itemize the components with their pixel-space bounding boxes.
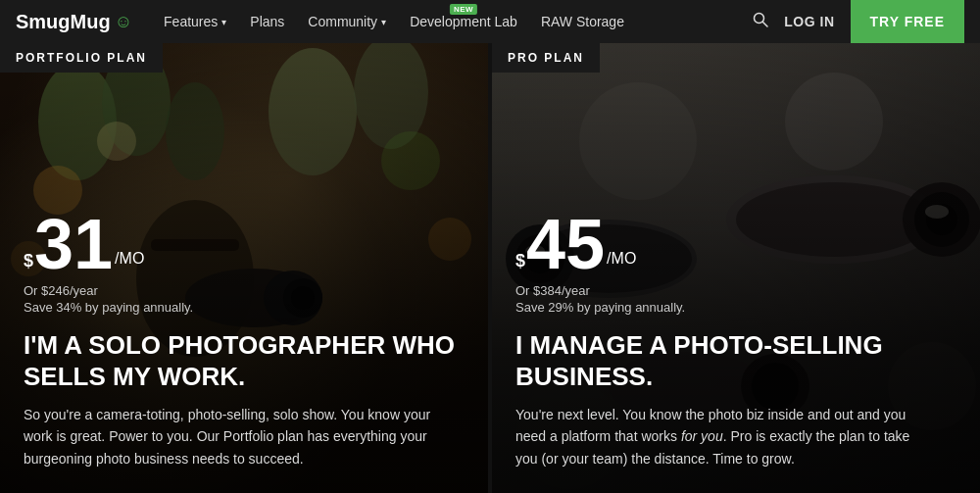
pro-dollar: $ xyxy=(515,251,525,271)
search-icon[interactable] xyxy=(753,12,768,31)
pro-annual-save: Save 29% by paying annually. xyxy=(515,300,956,315)
pro-price-row: $ 45 /MO xyxy=(515,209,956,279)
pro-plan-label: PRO PLAN xyxy=(492,43,600,73)
new-badge: NEW xyxy=(450,4,477,15)
svg-line-1 xyxy=(763,23,768,27)
portfolio-price-row: $ 31 /MO xyxy=(24,209,465,279)
nav-devlab[interactable]: NEW Development Lab xyxy=(410,14,517,29)
nav-rawstorage[interactable]: RAW Storage xyxy=(541,14,624,29)
pro-price: 45 xyxy=(526,209,605,279)
nav-community[interactable]: Community ▾ xyxy=(308,14,386,29)
chevron-down-icon: ▾ xyxy=(381,17,386,27)
portfolio-annual-price: Or $246/year xyxy=(24,283,465,298)
portfolio-price: 31 xyxy=(34,209,113,279)
login-button[interactable]: LOG IN xyxy=(784,14,834,29)
pro-card-content: $ 45 /MO Or $384/year Save 29% by paying… xyxy=(492,193,980,493)
pro-description: You're next level. You know the photo bi… xyxy=(515,404,927,469)
portfolio-headline: I'M A SOLO PHOTOGRAPHER WHO SELLS MY WOR… xyxy=(24,330,465,391)
portfolio-plan-label: PORTFOLIO PLAN xyxy=(0,43,163,73)
portfolio-plan-card: PORTFOLIO PLAN $ 31 /MO Or $246/year Sav… xyxy=(0,43,488,493)
chevron-down-icon: ▾ xyxy=(221,17,226,27)
nav-features[interactable]: Features ▾ xyxy=(164,14,226,29)
pro-annual-price: Or $384/year xyxy=(515,283,956,298)
logo-icon: ☺ xyxy=(115,12,132,32)
portfolio-card-content: $ 31 /MO Or $246/year Save 34% by paying… xyxy=(0,193,488,493)
portfolio-annual-save: Save 34% by paying annually. xyxy=(24,300,465,315)
logo[interactable]: SmugMug ☺ xyxy=(16,11,132,33)
pro-headline: I MANAGE A PHOTO-SELLING BUSINESS. xyxy=(515,330,956,391)
nav-plans[interactable]: Plans xyxy=(250,14,284,29)
nav-right: LOG IN TRY FREE xyxy=(753,0,964,43)
pro-mo: /MO xyxy=(607,250,636,268)
plans-container: PORTFOLIO PLAN $ 31 /MO Or $246/year Sav… xyxy=(0,43,980,493)
logo-text: SmugMug xyxy=(16,11,111,33)
navigation: SmugMug ☺ Features ▾ Plans Community ▾ N… xyxy=(0,0,980,43)
try-free-button[interactable]: TRY FREE xyxy=(851,0,964,43)
portfolio-description: So you're a camera-toting, photo-selling… xyxy=(24,404,435,469)
portfolio-dollar: $ xyxy=(24,251,33,271)
pro-plan-card: PRO PLAN $ 45 /MO Or $384/year Save 29% … xyxy=(492,43,980,493)
portfolio-mo: /MO xyxy=(115,250,144,268)
nav-links: Features ▾ Plans Community ▾ NEW Develop… xyxy=(164,14,753,29)
